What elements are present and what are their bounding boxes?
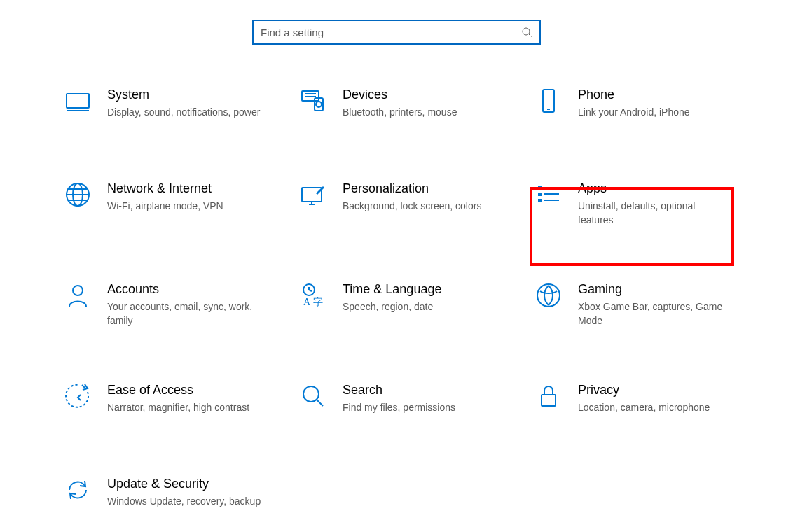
update-security-icon — [64, 476, 92, 504]
tile-title: Privacy — [578, 382, 710, 398]
svg-rect-22 — [538, 199, 542, 202]
tile-title: Apps — [578, 181, 732, 196]
tile-title: Update & Security — [107, 476, 261, 491]
gaming-icon — [535, 281, 563, 309]
tile-system[interactable]: System Display, sound, notifications, po… — [64, 87, 299, 126]
tile-sub: Find my files, permissions — [343, 400, 455, 414]
tile-title: Search — [343, 382, 455, 398]
svg-rect-17 — [302, 188, 322, 202]
network-icon — [64, 181, 92, 209]
search-input[interactable] — [259, 26, 518, 39]
svg-line-34 — [317, 400, 323, 406]
tile-gaming[interactable]: Gaming Xbox Game Bar, captures, Game Mod… — [535, 281, 770, 328]
tile-network[interactable]: Network & Internet Wi-Fi, airplane mode,… — [64, 181, 299, 227]
tile-sub: Bluetooth, printers, mouse — [343, 105, 457, 119]
tile-sub: Speech, region, date — [343, 300, 441, 314]
tile-sub: Narrator, magnifier, high contrast — [107, 400, 249, 414]
tile-time-language[interactable]: A 字 Time & Language Speech, region, date — [299, 281, 535, 328]
tile-apps[interactable]: Apps Uninstall, defaults, optional featu… — [535, 181, 770, 227]
svg-point-9 — [316, 102, 322, 107]
tile-phone[interactable]: Phone Link your Android, iPhone — [535, 87, 770, 126]
tile-sub: Display, sound, notifications, power — [107, 105, 260, 119]
tile-ease-of-access[interactable]: Ease of Access Narrator, magnifier, high… — [64, 382, 299, 421]
tile-title: Ease of Access — [107, 382, 249, 398]
ease-of-access-icon — [64, 382, 92, 410]
tile-privacy[interactable]: Privacy Location, camera, microphone — [535, 382, 770, 421]
tile-sub: Windows Update, recovery, backup — [107, 494, 261, 508]
svg-line-29 — [309, 290, 312, 291]
tile-accounts[interactable]: Accounts Your accounts, email, sync, wor… — [64, 281, 299, 328]
tile-sub: Link your Android, iPhone — [578, 105, 690, 119]
svg-point-26 — [73, 286, 83, 295]
svg-point-33 — [303, 386, 319, 402]
settings-grid: System Display, sound, notifications, po… — [27, 87, 766, 515]
tile-sub: Background, lock screen, colors — [343, 199, 481, 213]
tile-title: Network & Internet — [107, 181, 223, 196]
time-language-icon: A 字 — [299, 281, 327, 309]
tile-personalization[interactable]: Personalization Background, lock screen,… — [299, 181, 535, 227]
privacy-icon — [535, 382, 563, 410]
tile-sub: Location, camera, microphone — [578, 400, 710, 414]
tile-title: Personalization — [343, 181, 481, 196]
tile-title: Phone — [578, 87, 690, 102]
tile-sub: Uninstall, defaults, optional features — [578, 199, 732, 227]
svg-point-32 — [537, 284, 560, 307]
tile-title: System — [107, 87, 260, 102]
svg-rect-21 — [538, 192, 542, 196]
search-icon — [521, 27, 532, 38]
search-tile-icon — [299, 382, 327, 410]
tile-title: Accounts — [107, 281, 261, 297]
tile-title: Gaming — [578, 281, 732, 297]
tile-devices[interactable]: Devices Bluetooth, printers, mouse — [299, 87, 535, 126]
phone-icon — [535, 87, 563, 115]
tile-search[interactable]: Search Find my files, permissions — [299, 382, 535, 421]
svg-text:A: A — [303, 297, 311, 307]
tile-title: Time & Language — [343, 281, 441, 297]
tile-update-security[interactable]: Update & Security Windows Update, recove… — [64, 476, 299, 515]
apps-icon — [535, 181, 563, 209]
svg-point-0 — [523, 28, 530, 35]
system-icon — [64, 87, 92, 115]
svg-rect-20 — [538, 186, 542, 190]
svg-text:字: 字 — [313, 297, 323, 307]
search-box[interactable] — [252, 20, 541, 45]
personalization-icon — [299, 181, 327, 209]
tile-sub: Xbox Game Bar, captures, Game Mode — [578, 300, 732, 328]
svg-rect-3 — [67, 94, 89, 108]
devices-icon — [299, 87, 327, 115]
svg-line-2 — [529, 34, 532, 37]
tile-sub: Your accounts, email, sync, work, family — [107, 300, 261, 328]
svg-line-1 — [522, 27, 530, 35]
svg-rect-35 — [542, 395, 556, 406]
accounts-icon — [64, 281, 92, 309]
tile-title: Devices — [343, 87, 457, 102]
tile-sub: Wi-Fi, airplane mode, VPN — [107, 199, 223, 213]
